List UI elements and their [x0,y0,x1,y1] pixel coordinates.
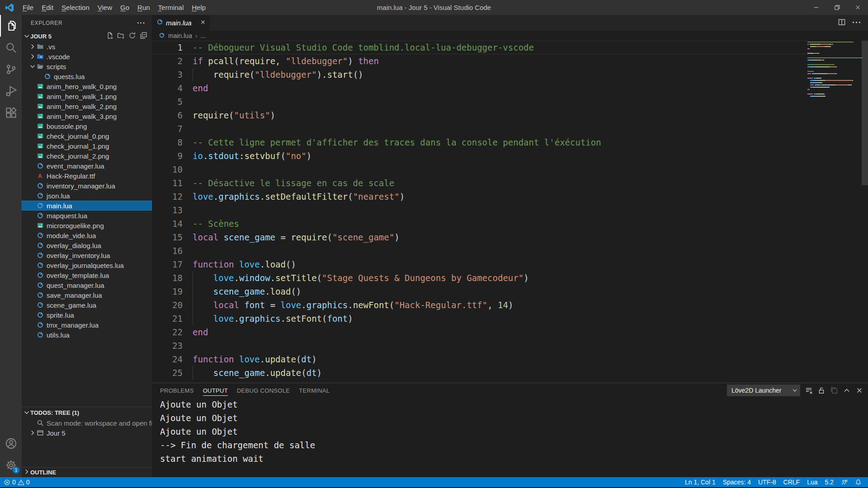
code-editor[interactable]: 1-- Débogueur Visual Studio Code tomblin… [152,41,868,383]
file-row-overlay_template.lua[interactable]: overlay_template.lua [22,270,152,280]
refresh-icon[interactable] [128,32,136,41]
code-line-7[interactable]: 7 [152,122,868,136]
file-row-microroguelike.png[interactable]: microroguelike.png [22,221,152,230]
file-row-scripts[interactable]: scripts [22,61,152,71]
code-line-5[interactable]: 5 [152,95,868,108]
code-line-17[interactable]: 17function love.load() [152,258,868,271]
close-window-button[interactable] [847,0,868,15]
line-number[interactable]: 24 [152,352,183,366]
file-row-Hack-Regular.ttf[interactable]: AHack-Regular.ttf [22,171,152,181]
menu-help[interactable]: Help [188,0,210,15]
line-number[interactable]: 23 [152,339,183,352]
line-number[interactable]: 5 [152,95,183,108]
code-line-6[interactable]: 6require("utils") [152,108,868,122]
activity-settings-gear-icon[interactable]: 1 [0,454,22,476]
panel-tab-problems[interactable]: PROBLEMS [160,383,194,398]
output-channel-select[interactable]: Löve2D Launcher [727,385,800,396]
line-number[interactable]: 20 [152,298,183,312]
panel-tab-debug-console[interactable]: DEBUG CONSOLE [237,383,290,398]
code-line-4[interactable]: 4end [152,81,868,95]
new-file-icon[interactable] [106,32,113,41]
code-line-25[interactable]: 25 scene_game.update(dt) [152,366,868,380]
breadcrumb[interactable]: main.lua › ... [152,31,868,41]
line-number[interactable]: 16 [152,244,183,258]
more-actions-icon[interactable]: ··· [852,18,862,28]
file-row-json.lua[interactable]: json.lua [22,191,152,201]
split-editor-icon[interactable] [838,18,846,28]
line-number[interactable]: 4 [152,81,183,95]
file-row-module_vide.lua[interactable]: module_vide.lua [22,230,152,240]
line-number[interactable]: 6 [152,108,183,122]
status-indentation[interactable]: Spaces: 4 [719,479,755,486]
line-number[interactable]: 21 [152,312,183,325]
new-folder-icon[interactable] [117,32,125,41]
file-row-anim_hero_walk_1.png[interactable]: anim_hero_walk_1.png [22,91,152,101]
code-line-2[interactable]: 2if pcall(require, "lldebugger") then [152,54,868,68]
status-language-mode[interactable]: Lua [803,479,821,486]
line-number[interactable]: 10 [152,163,183,176]
code-line-23[interactable]: 23 [152,339,868,352]
code-line-24[interactable]: 24function love.update(dt) [152,352,868,366]
file-row-check_journal_0.png[interactable]: check_journal_0.png [22,131,152,141]
code-line-21[interactable]: 21 love.graphics.setFont(font) [152,312,868,325]
file-row-overlay_dialog.lua[interactable]: overlay_dialog.lua [22,240,152,250]
code-line-18[interactable]: 18 love.window.setTitle("Stage Quests & … [152,271,868,285]
line-number[interactable]: 15 [152,230,183,244]
code-line-14[interactable]: 14-- Scènes [152,217,868,230]
line-number[interactable]: 14 [152,217,183,230]
file-row-anim_hero_walk_3.png[interactable]: anim_hero_walk_3.png [22,111,152,121]
unlock-icon[interactable] [817,386,826,394]
folder-section-header[interactable]: JOUR 5 [22,31,152,42]
line-number[interactable]: 7 [152,122,183,136]
file-row-mapquest.lua[interactable]: mapquest.lua [22,211,152,221]
line-number[interactable]: 2 [152,54,183,68]
menu-selection[interactable]: Selection [57,0,94,15]
status-encoding[interactable]: UTF-8 [755,479,780,486]
status-cursor-position[interactable]: Ln 1, Col 1 [681,479,719,486]
code-line-11[interactable]: 11-- Désactive le lissage en cas de scal… [152,176,868,190]
tab-main-lua[interactable]: main.lua [152,15,210,31]
todos-section-header[interactable]: TODOS: TREE (1) [22,407,152,418]
code-line-8[interactable]: 8-- Cette ligne permet d'afficher des tr… [152,136,868,149]
activity-extensions-icon[interactable] [0,102,22,123]
panel-tab-terminal[interactable]: TERMINAL [299,383,330,398]
code-line-16[interactable]: 16 [152,244,868,258]
menu-run[interactable]: Run [133,0,154,15]
todos-tree-item[interactable]: Jour 5 [22,428,152,438]
panel-tab-output[interactable]: OUTPUT [203,383,228,398]
line-number[interactable]: 13 [152,203,183,217]
minimize-button[interactable] [806,0,826,15]
file-row-check_journal_1.png[interactable]: check_journal_1.png [22,141,152,151]
file-row-check_journal_2.png[interactable]: check_journal_2.png [22,151,152,161]
file-row-scene_game.lua[interactable]: scene_game.lua [22,300,152,310]
code-line-22[interactable]: 22end [152,325,868,339]
file-row-event_manager.lua[interactable]: event_manager.lua [22,161,152,171]
clear-output-icon[interactable] [805,386,813,394]
line-number[interactable]: 22 [152,325,183,339]
file-row-anim_hero_walk_2.png[interactable]: anim_hero_walk_2.png [22,101,152,111]
file-row-save_manager.lua[interactable]: save_manager.lua [22,290,152,300]
line-number[interactable]: 19 [152,285,183,298]
file-row-overlay_journalquetes.lua[interactable]: overlay_journalquetes.lua [22,260,152,270]
file-row-quest_manager.lua[interactable]: quest_manager.lua [22,280,152,290]
line-number[interactable]: 1 [152,41,183,54]
activity-account-icon[interactable] [0,432,22,454]
minimap[interactable] [807,42,862,98]
problems-status[interactable]: 0 0 [0,479,33,486]
menu-go[interactable]: Go [116,0,133,15]
activity-source-control-icon[interactable] [0,58,22,80]
close-tab-icon[interactable] [200,19,206,27]
menu-edit[interactable]: Edit [38,0,57,15]
breadcrumb-file[interactable]: main.lua [168,32,192,39]
file-row-overlay_inventory.lua[interactable]: overlay_inventory.lua [22,250,152,260]
file-row-sprite.lua[interactable]: sprite.lua [22,310,152,320]
activity-files-icon[interactable] [0,15,22,37]
line-number[interactable]: 18 [152,271,183,285]
line-number[interactable]: 8 [152,136,183,149]
menu-view[interactable]: View [94,0,116,15]
editor-scrollbar[interactable] [862,41,868,383]
file-row-tmx_manager.lua[interactable]: tmx_manager.lua [22,320,152,330]
file-row-main.lua[interactable]: main.lua [22,201,152,211]
code-line-19[interactable]: 19 scene_game.load() [152,285,868,298]
activity-run-debug-icon[interactable] [0,80,22,102]
